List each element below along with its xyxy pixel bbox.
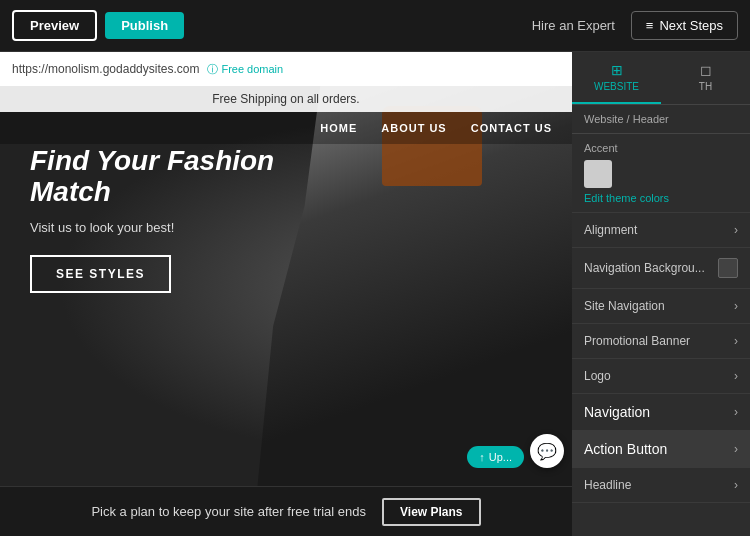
website-content: Free Shipping on all orders. HOME ABOUT …	[0, 86, 572, 486]
alignment-label: Alignment	[584, 223, 637, 237]
toolbar-right: Hire an Expert ≡ Next Steps	[532, 11, 738, 40]
alignment-row[interactable]: Alignment ›	[572, 213, 750, 248]
hero-subtitle: Visit us to look your best!	[30, 220, 350, 235]
preview-button[interactable]: Preview	[12, 10, 97, 41]
tab-website[interactable]: ⊞ WEBSITE	[572, 52, 661, 104]
accent-section: Accent Edit theme colors	[572, 134, 750, 213]
nav-background-color[interactable]	[718, 258, 738, 278]
update-button[interactable]: ↑ Up...	[467, 446, 524, 468]
toolbar: Preview Publish Hire an Expert ≡ Next St…	[0, 0, 750, 52]
site-navigation-chevron: ›	[734, 299, 738, 313]
free-domain-icon: ⓘ	[207, 62, 218, 77]
main-area: https://monolism.godaddysites.com ⓘ Free…	[0, 52, 750, 536]
navigation-chevron: ›	[734, 405, 738, 419]
banner-text: Pick a plan to keep your site after free…	[91, 504, 366, 519]
theme-tab-icon: ◻	[700, 62, 712, 78]
promotional-banner-label: Promotional Banner	[584, 334, 690, 348]
logo-row[interactable]: Logo ›	[572, 359, 750, 394]
hire-expert-link[interactable]: Hire an Expert	[532, 18, 615, 33]
action-button-chevron: ›	[734, 442, 738, 456]
headline-label: Headline	[584, 478, 631, 492]
address-bar: https://monolism.godaddysites.com ⓘ Free…	[0, 52, 572, 86]
free-domain-badge: ⓘ Free domain	[207, 62, 283, 77]
accent-label: Accent	[584, 142, 738, 154]
tab-website-label: WEBSITE	[594, 81, 639, 92]
logo-chevron: ›	[734, 369, 738, 383]
promotional-banner-chevron: ›	[734, 334, 738, 348]
website-tab-icon: ⊞	[611, 62, 623, 78]
bottom-banner: Pick a plan to keep your site after free…	[0, 486, 572, 536]
logo-label: Logo	[584, 369, 611, 383]
promotional-banner-row[interactable]: Promotional Banner ›	[572, 324, 750, 359]
chat-icon: 💬	[537, 442, 557, 461]
nav-background-label: Navigation Backgrou...	[584, 261, 705, 275]
navigation-section[interactable]: Navigation ›	[572, 394, 750, 431]
promo-banner: Free Shipping on all orders.	[0, 86, 572, 112]
update-label: Up...	[489, 451, 512, 463]
chat-button[interactable]: 💬	[530, 434, 564, 468]
headline-row[interactable]: Headline ›	[572, 468, 750, 503]
headline-chevron: ›	[734, 478, 738, 492]
breadcrumb: Website / Header	[572, 105, 750, 134]
sidebar: ⊞ WEBSITE ◻ TH Website / Header Accent E…	[572, 52, 750, 536]
view-plans-button[interactable]: View Plans	[382, 498, 480, 526]
nav-link-about[interactable]: ABOUT US	[381, 122, 446, 134]
action-button-label: Action Button	[584, 441, 667, 457]
hero-cta-button[interactable]: SEE STYLES	[30, 255, 171, 293]
url-display: https://monolism.godaddysites.com	[12, 62, 199, 76]
site-navigation-label: Site Navigation	[584, 299, 665, 313]
next-steps-label: Next Steps	[659, 18, 723, 33]
tab-theme[interactable]: ◻ TH	[661, 52, 750, 104]
site-navigation-row[interactable]: Site Navigation ›	[572, 289, 750, 324]
alignment-chevron: ›	[734, 223, 738, 237]
hero-title: Find Your Fashion Match	[30, 146, 350, 208]
action-button-section[interactable]: Action Button ›	[572, 431, 750, 468]
navigation-section-label: Navigation	[584, 404, 650, 420]
accent-color-swatch[interactable]	[584, 160, 612, 188]
nav-background-row[interactable]: Navigation Backgrou...	[572, 248, 750, 289]
next-steps-button[interactable]: ≡ Next Steps	[631, 11, 738, 40]
site-header: Free Shipping on all orders. HOME ABOUT …	[0, 86, 572, 144]
free-domain-label: Free domain	[221, 63, 283, 75]
nav-link-contact[interactable]: CONTACT US	[471, 122, 552, 134]
next-steps-icon: ≡	[646, 18, 654, 33]
nav-link-home[interactable]: HOME	[320, 122, 357, 134]
preview-panel: https://monolism.godaddysites.com ⓘ Free…	[0, 52, 572, 536]
tab-theme-label: TH	[699, 81, 712, 92]
sidebar-tabs: ⊞ WEBSITE ◻ TH	[572, 52, 750, 105]
edit-theme-link[interactable]: Edit theme colors	[584, 192, 738, 204]
update-icon: ↑	[479, 451, 485, 463]
publish-button[interactable]: Publish	[105, 12, 184, 39]
nav-bar: HOME ABOUT US CONTACT US	[0, 112, 572, 144]
